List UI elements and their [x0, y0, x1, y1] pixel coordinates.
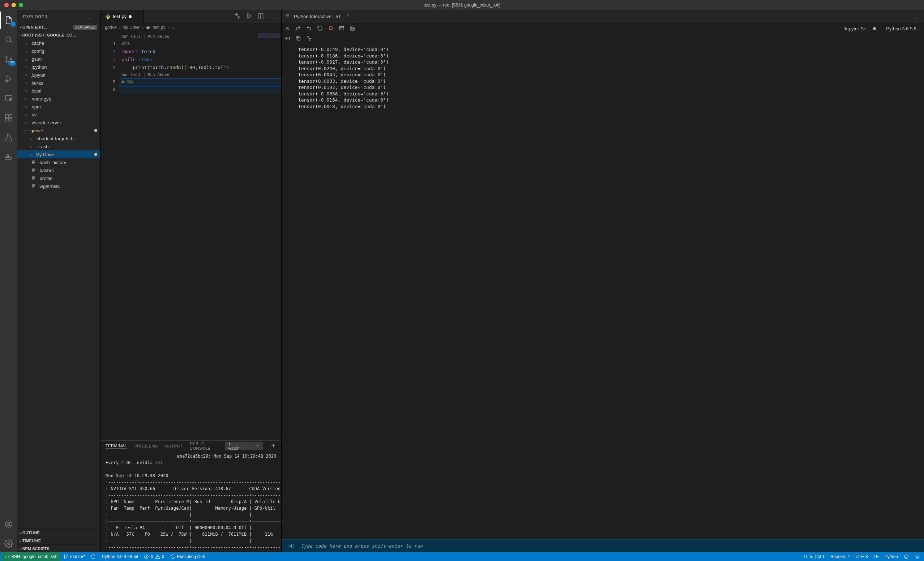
variables-icon[interactable]	[339, 25, 345, 32]
panel-tab-debug[interactable]: DEBUG CONSOLE	[190, 442, 210, 450]
interrupt-kernel-icon[interactable]	[328, 25, 334, 32]
minimap[interactable]	[258, 33, 280, 38]
status-executing[interactable]: Executing Cell	[167, 552, 208, 561]
panel-tab-terminal[interactable]: TERMINAL	[105, 444, 127, 449]
testing-icon[interactable]	[0, 129, 17, 146]
status-bell-icon[interactable]	[912, 552, 922, 561]
extensions-icon[interactable]	[0, 109, 17, 126]
run-file-icon[interactable]	[246, 13, 252, 20]
scm-badge: 77	[8, 61, 16, 66]
folder-config[interactable]: ›.config	[17, 47, 100, 55]
panel-tab-problems[interactable]: PROBLEMS	[135, 444, 158, 448]
status-interpreter[interactable]: Python 3.6.9 64-bit	[99, 552, 141, 561]
editor-more-icon[interactable]: …	[269, 15, 277, 19]
terminal-output[interactable]: Every 2.0s: nvidia-smiaba72ca5bc29: Mon …	[100, 452, 281, 552]
cancel-icon[interactable]	[285, 25, 290, 32]
terminal-selector[interactable]: 1: watch	[225, 442, 263, 450]
folder-cache[interactable]: ›.cache	[17, 39, 100, 47]
status-language[interactable]: Python	[882, 552, 901, 561]
server-status-icon	[873, 27, 876, 30]
svg-rect-7	[5, 115, 8, 117]
status-feedback-icon[interactable]	[901, 552, 912, 561]
explorer-icon[interactable]: 1	[0, 12, 17, 29]
source-control-icon[interactable]: 77	[0, 51, 17, 68]
explorer-more-icon[interactable]: …	[86, 15, 94, 19]
python-file-icon	[105, 14, 111, 20]
open-editors-section[interactable]: › OPEN EDIT… 1 UNSAVED	[17, 23, 100, 31]
interactive-more-icon[interactable]: …	[913, 15, 921, 19]
folder-node-gyp[interactable]: ›.node-gyp	[17, 95, 100, 103]
docker-icon[interactable]	[0, 148, 17, 165]
npm-scripts-section[interactable]: ›NPM SCRIPTS	[17, 544, 100, 552]
remote-explorer-icon[interactable]	[0, 90, 17, 107]
folder-nv[interactable]: ›.nv	[17, 111, 100, 118]
folder-jupyter[interactable]: ›.jupyter	[17, 71, 100, 79]
outline-section[interactable]: ›OUTLINE	[17, 528, 100, 536]
status-spaces[interactable]: Spaces: 4	[828, 552, 852, 561]
close-window[interactable]	[4, 3, 9, 7]
panel-tab-output[interactable]: OUTPUT	[165, 444, 183, 448]
svg-point-2	[6, 61, 7, 63]
file-wget-hsts[interactable]: ›.wget-hsts	[17, 182, 100, 190]
minimize-window[interactable]	[12, 3, 16, 7]
tab-test-py[interactable]: test.py	[100, 10, 144, 23]
split-editor-icon[interactable]	[257, 13, 264, 20]
compare-icon[interactable]	[234, 13, 241, 20]
jupyter-server-selector[interactable]: Jupyter Se…	[844, 26, 876, 32]
folder-shortcut-targets[interactable]: ›.shortcut-targets-b…	[17, 135, 100, 142]
restart-kernel-icon[interactable]	[317, 25, 323, 32]
new-terminal-icon[interactable]	[270, 443, 276, 449]
save-icon[interactable]	[350, 25, 356, 32]
undo-icon[interactable]	[306, 25, 312, 32]
svg-point-31	[904, 555, 909, 559]
goto-icon[interactable]	[285, 35, 290, 42]
kernel-selector[interactable]: Python 3.6.9 6…	[886, 26, 921, 32]
interactive-placeholder: Type code here and press shift-enter to …	[301, 543, 423, 549]
interactive-title: Python Interactive - #1	[294, 14, 341, 19]
status-branch[interactable]: master*	[60, 552, 88, 561]
close-interactive-icon[interactable]	[345, 13, 350, 20]
settings-gear-icon[interactable]	[0, 535, 17, 552]
breadcrumb[interactable]: gdrive› My Drive› test.py› …	[100, 23, 281, 32]
status-eol[interactable]: LF	[871, 552, 882, 561]
activity-bar: 1 77	[0, 10, 17, 552]
folder-vscode-server[interactable]: ›.vscode-server	[17, 118, 100, 126]
folder-keras[interactable]: ›.keras	[17, 79, 100, 87]
expand-all-icon[interactable]	[306, 35, 312, 42]
folder-trash[interactable]: ›.Trash	[17, 142, 100, 150]
run-debug-icon[interactable]	[0, 70, 17, 87]
folder-gsutil[interactable]: ›.gsutil	[17, 55, 100, 63]
status-sync[interactable]	[88, 552, 99, 561]
file-bash_history[interactable]: ›.bash_history	[17, 158, 100, 166]
file-bashrc[interactable]: ›.bashrc	[17, 166, 100, 174]
tab-label: test.py	[113, 14, 126, 19]
folder-ipython[interactable]: ›.ipython	[17, 63, 100, 71]
svg-point-29	[66, 556, 67, 556]
explorer-title: EXPLORER	[23, 15, 48, 19]
status-cursor[interactable]: Ln 5, Col 1	[801, 552, 828, 561]
window-title: test.py — root [SSH: google_colab_ssh]	[424, 3, 501, 8]
timeline-section[interactable]: ›TIMELINE	[17, 536, 100, 544]
workspace-root[interactable]: › ROOT [SSH: GOOGLE_CO…	[17, 31, 100, 39]
code-editor[interactable]: 1234 56 Run Cell | Run Below #%% import …	[100, 32, 281, 440]
maximize-window[interactable]	[19, 3, 23, 7]
folder-gdrive[interactable]: › gdrive	[17, 126, 100, 135]
status-encoding[interactable]: UTF-8	[853, 552, 871, 561]
python-icon	[146, 25, 150, 30]
accounts-icon[interactable]	[0, 516, 17, 533]
folder-local[interactable]: ›.local	[17, 87, 100, 95]
file-profile[interactable]: ›.profile	[17, 174, 100, 182]
interactive-input[interactable]: [4] Type code here and press shift-enter…	[282, 539, 924, 552]
sidebar: EXPLORER … › OPEN EDIT… 1 UNSAVED › ROOT…	[17, 10, 100, 552]
svg-point-0	[6, 37, 11, 42]
status-problems[interactable]: 0 0	[141, 552, 167, 561]
codelens-run-cell-above[interactable]: Run Cell | Run Above	[119, 72, 281, 78]
svg-point-3	[10, 58, 12, 60]
codelens-run-cell-below[interactable]: Run Cell | Run Below	[119, 33, 281, 40]
search-icon[interactable]	[0, 31, 17, 48]
folder-my-drive[interactable]: ›My Drive	[17, 150, 100, 158]
folder-npm[interactable]: ›.npm	[17, 103, 100, 111]
redo-icon[interactable]	[296, 25, 301, 32]
copy-icon[interactable]	[296, 35, 301, 42]
status-remote[interactable]: SSH: google_colab_ssh	[2, 552, 60, 561]
